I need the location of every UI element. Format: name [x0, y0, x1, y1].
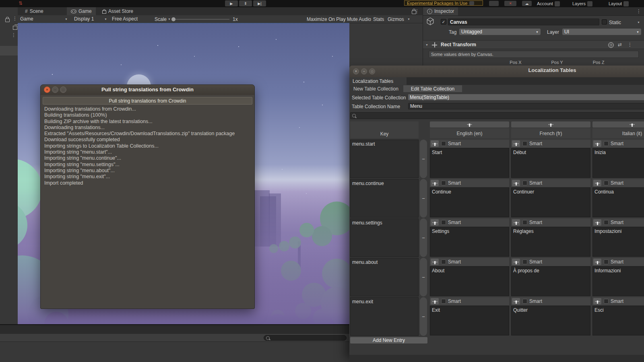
collection-name-input[interactable]: Menu: [408, 103, 644, 109]
kebab-menu-icon[interactable]: ⋮: [11, 32, 16, 38]
smart-string-icon[interactable]: [512, 298, 520, 304]
presets-icon[interactable]: ⇄: [618, 42, 622, 47]
smart-checkbox[interactable]: [604, 259, 609, 264]
tab-game[interactable]: Game: [67, 7, 96, 15]
column-smart-icon-bar[interactable]: [592, 121, 644, 128]
translation-field[interactable]: Continuer: [511, 187, 590, 217]
cloud-button[interactable]: ☁: [522, 1, 532, 6]
translation-field[interactable]: About: [430, 266, 509, 296]
active-checkbox[interactable]: ✓: [441, 19, 446, 25]
translation-field[interactable]: Quitter: [511, 306, 590, 335]
version-control-icon[interactable]: ⇅: [19, 0, 23, 6]
tag-dropdown[interactable]: Untagged▼: [459, 29, 541, 35]
remove-entry-button[interactable]: −: [420, 179, 427, 218]
step-button[interactable]: ▶|: [253, 0, 266, 6]
game-target-dropdown[interactable]: Game▼: [20, 16, 68, 22]
rect-transform-header[interactable]: ▼ Rect Transform ? ⇄ ⋮: [423, 40, 644, 49]
french-column-header[interactable]: French (fr): [511, 128, 590, 138]
smart-checkbox[interactable]: [522, 220, 527, 225]
translation-field[interactable]: Début: [511, 148, 590, 178]
smart-checkbox[interactable]: [522, 141, 527, 146]
dialog-titlebar[interactable]: × − □ Pull string translations from Crow…: [41, 85, 254, 95]
smart-checkbox[interactable]: [441, 220, 446, 225]
smart-checkbox[interactable]: [604, 299, 609, 304]
lock-icon[interactable]: [412, 10, 416, 14]
remove-entry-button[interactable]: −: [420, 140, 427, 178]
translation-field[interactable]: Inizia: [592, 148, 644, 178]
maximize-on-play-button[interactable]: Maximize On Play: [307, 16, 346, 22]
smart-string-icon[interactable]: [593, 259, 601, 265]
translation-field[interactable]: Continua: [592, 187, 644, 217]
lock-icon[interactable]: [5, 19, 10, 22]
smart-string-icon[interactable]: [512, 180, 520, 186]
smart-string-icon[interactable]: [593, 219, 601, 226]
smart-checkbox[interactable]: [604, 181, 609, 185]
translation-field[interactable]: Continue: [430, 187, 509, 217]
translation-field[interactable]: Informazioni: [592, 266, 644, 296]
layout-menu[interactable]: Layout: [609, 1, 629, 6]
key-cell[interactable]: menu.about: [350, 258, 419, 296]
kebab-menu-icon[interactable]: ⋮: [12, 16, 17, 21]
display-dropdown[interactable]: Display 1▼: [74, 16, 107, 22]
add-new-entry-button[interactable]: Add New Entry: [350, 337, 427, 343]
key-cell[interactable]: menu.settings: [350, 218, 419, 257]
static-dropdown-arrow[interactable]: ▼: [637, 21, 640, 24]
smart-string-icon[interactable]: [512, 140, 520, 147]
smart-checkbox[interactable]: [441, 181, 446, 185]
anchor-presets-icon[interactable]: [432, 42, 437, 47]
collapsed-tab[interactable]: [0, 46, 18, 56]
key-column-header[interactable]: Key: [350, 121, 419, 138]
smart-string-icon[interactable]: [431, 298, 439, 304]
smart-string-icon[interactable]: [512, 219, 520, 226]
key-cell[interactable]: menu.start: [350, 140, 419, 178]
mute-audio-button[interactable]: Mute Audio: [347, 16, 371, 22]
smart-checkbox[interactable]: [604, 141, 609, 146]
restore-window-icon[interactable]: [13, 26, 17, 30]
english-column-header[interactable]: English (en): [430, 128, 509, 138]
gizmos-dropdown[interactable]: Gizmos: [388, 16, 404, 22]
stats-button[interactable]: Stats: [373, 16, 384, 22]
tab-scene[interactable]: # Scene: [21, 7, 47, 15]
new-table-collection-button[interactable]: New Table Collection: [349, 85, 402, 92]
smart-checkbox[interactable]: [522, 259, 527, 264]
account-menu[interactable]: Account: [537, 1, 560, 6]
translation-field[interactable]: Réglages: [511, 227, 590, 257]
pause-button[interactable]: Ⅱ: [239, 0, 252, 6]
smart-checkbox[interactable]: [604, 220, 609, 225]
object-name-field[interactable]: Canvas: [448, 19, 599, 25]
translation-field[interactable]: À propos de: [511, 266, 590, 296]
smart-string-icon[interactable]: [593, 140, 601, 147]
gizmos-arrow-icon[interactable]: ▼: [407, 18, 410, 21]
smart-checkbox[interactable]: [522, 299, 527, 304]
translation-field[interactable]: Settings: [430, 227, 509, 257]
tab-localization-tables[interactable]: Localization Tables: [349, 77, 407, 85]
smart-string-icon[interactable]: [431, 259, 439, 265]
scale-slider-knob[interactable]: [171, 17, 175, 21]
remove-entry-button[interactable]: −: [420, 258, 427, 296]
layer-dropdown[interactable]: UI▼: [562, 29, 641, 35]
translation-field[interactable]: Start: [430, 148, 509, 178]
pull-translations-button[interactable]: Pull string translations from Crowdin: [43, 97, 252, 105]
foldout-arrow-icon[interactable]: ▼: [425, 43, 428, 46]
italian-column-header[interactable]: Italian (it): [592, 128, 644, 138]
smart-checkbox[interactable]: [441, 299, 446, 304]
static-checkbox[interactable]: [602, 19, 607, 25]
smart-checkbox[interactable]: [441, 141, 446, 146]
smart-string-icon[interactable]: [431, 219, 439, 226]
translation-field[interactable]: Esci: [592, 306, 644, 335]
remove-entry-button[interactable]: −: [420, 297, 427, 336]
tab-asset-store[interactable]: Asset Store: [98, 7, 137, 15]
tab-inspector[interactable]: i Inspector: [423, 7, 458, 15]
table-search-input[interactable]: [350, 112, 644, 119]
scale-slider-track[interactable]: [174, 19, 229, 20]
component-kebab-icon[interactable]: ⋮: [627, 42, 632, 47]
key-cell[interactable]: menu.exit: [350, 297, 419, 336]
help-icon[interactable]: ?: [608, 42, 614, 48]
column-smart-icon-bar[interactable]: [511, 121, 590, 128]
play-button[interactable]: ▶: [225, 0, 238, 6]
window-titlebar[interactable]: × − □ Localization Tables: [349, 66, 644, 77]
search-input[interactable]: [264, 335, 347, 341]
translation-field[interactable]: Exit: [430, 306, 509, 335]
remove-entry-button[interactable]: −: [420, 218, 427, 257]
smart-string-icon[interactable]: [431, 140, 439, 147]
